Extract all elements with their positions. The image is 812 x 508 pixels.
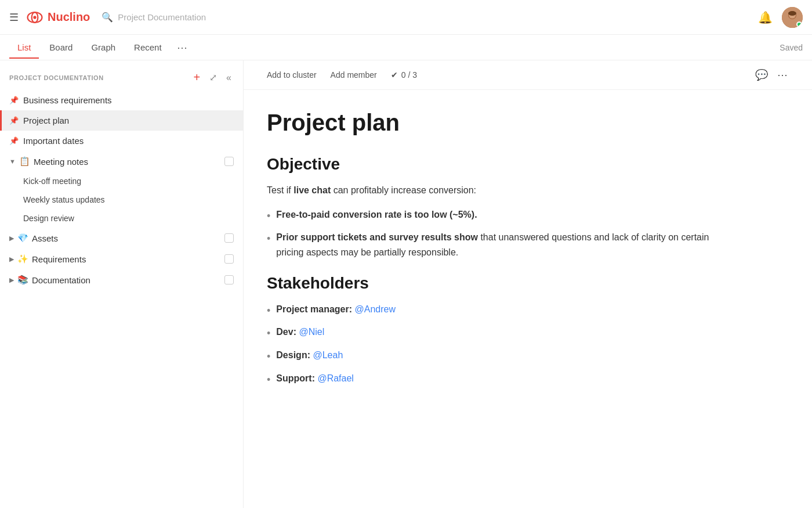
search-bar[interactable]: 🔍 Project Documentation <box>102 12 758 23</box>
group-checkbox[interactable] <box>224 157 234 166</box>
expand-arrow-icon: ▶ <box>9 276 14 284</box>
list-item-support: Support: @Rafael <box>267 371 719 388</box>
list-item-dev: Dev: @Niel <box>267 325 719 342</box>
stakeholder-role: Support: @Rafael <box>276 371 354 386</box>
content-toolbar: Add to cluster Add member ✔ 0 / 3 💬 ⋯ <box>244 60 812 90</box>
group-emoji-icon: 💎 <box>17 233 28 243</box>
sidebar-title: PROJECT DOCUMENTATION <box>9 74 104 81</box>
section-heading-stakeholders: Stakeholders <box>267 274 719 293</box>
more-options-button[interactable]: ⋯ <box>776 67 789 82</box>
mention-rafael[interactable]: @Rafael <box>317 373 354 383</box>
stakeholders-list: Project manager: @Andrew Dev: @Niel Desi… <box>267 302 719 388</box>
main-layout: PROJECT DOCUMENTATION + ⤢ « 📌 Business r… <box>0 60 812 508</box>
role-label: Project manager: <box>276 304 352 314</box>
expand-arrow-icon: ▶ <box>9 255 14 263</box>
sidebar-item-important-dates[interactable]: 📌 Important dates <box>0 131 243 151</box>
collapse-button[interactable]: « <box>224 71 234 84</box>
group-label: Requirements <box>32 254 86 264</box>
stakeholder-role: Project manager: @Andrew <box>276 302 396 317</box>
logo-icon <box>26 8 44 27</box>
list-item-text: Prior support tickets and survey results… <box>276 230 719 260</box>
add-item-button[interactable]: + <box>191 70 202 85</box>
pin-icon: 📌 <box>9 116 19 125</box>
bell-icon[interactable]: 🔔 <box>758 10 773 24</box>
expand-arrow-icon: ▶ <box>9 235 14 242</box>
pin-icon: 📌 <box>9 96 19 105</box>
sidebar-header: PROJECT DOCUMENTATION + ⤢ « <box>0 60 243 90</box>
sidebar-item-label: Important dates <box>23 136 84 146</box>
group-label: Assets <box>32 233 58 243</box>
list-item-design: Design: @Leah <box>267 348 719 365</box>
toolbar-right: 💬 ⋯ <box>754 67 789 82</box>
sidebar: PROJECT DOCUMENTATION + ⤢ « 📌 Business r… <box>0 60 244 508</box>
role-label: Design: <box>276 350 310 360</box>
group-checkbox[interactable] <box>224 254 234 264</box>
live-chat-emphasis: live chat <box>293 185 331 195</box>
group-label: Meeting notes <box>34 157 88 167</box>
sidebar-group-assets[interactable]: ▶ 💎 Assets <box>0 228 243 248</box>
checklist-count: 0 / 3 <box>401 70 417 80</box>
search-icon: 🔍 <box>102 12 113 23</box>
list-item: Free-to-paid conversion rate is too low … <box>267 207 719 225</box>
sidebar-group-documentation[interactable]: ▶ 📚 Documentation <box>0 269 243 290</box>
online-indicator <box>796 21 802 27</box>
sidebar-item-business-requirements[interactable]: 📌 Business requirements <box>0 90 243 110</box>
group-checkbox[interactable] <box>224 233 234 243</box>
subitem-label: Kick-off meeting <box>23 176 81 186</box>
search-placeholder: Project Documentation <box>118 12 206 22</box>
more-tabs-icon[interactable]: ⋯ <box>172 39 192 56</box>
logo-text: Nuclino <box>48 10 90 24</box>
group-label: Documentation <box>32 275 90 285</box>
svg-point-2 <box>33 16 36 19</box>
logo[interactable]: Nuclino <box>26 8 90 27</box>
tab-recent[interactable]: Recent <box>126 37 170 58</box>
mention-niel[interactable]: @Niel <box>299 327 324 337</box>
saved-label: Saved <box>780 43 803 52</box>
stakeholder-role: Design: @Leah <box>276 348 343 363</box>
objective-list: Free-to-paid conversion rate is too low … <box>267 207 719 260</box>
list-item-project-manager: Project manager: @Andrew <box>267 302 719 319</box>
sidebar-item-label: Business requirements <box>23 95 112 105</box>
sidebar-group-requirements[interactable]: ▶ ✨ Requirements <box>0 248 243 269</box>
list-item: Prior support tickets and survey results… <box>267 230 719 260</box>
avatar[interactable] <box>782 7 803 28</box>
group-emoji-icon: 📚 <box>17 275 28 285</box>
sidebar-subitem-weekly[interactable]: Weekly status updates <box>0 190 243 209</box>
document-title: Project plan <box>267 109 719 136</box>
expand-button[interactable]: ⤢ <box>207 71 219 84</box>
group-checkbox[interactable] <box>224 275 234 284</box>
topbar-right: 🔔 <box>758 7 803 28</box>
tabbar: List Board Graph Recent ⋯ Saved <box>0 35 812 60</box>
menu-icon[interactable]: ☰ <box>9 11 19 24</box>
collapse-arrow-icon: ▼ <box>9 158 16 165</box>
stakeholder-role: Dev: @Niel <box>276 325 324 340</box>
tab-board[interactable]: Board <box>41 37 81 58</box>
sidebar-subitem-design-review[interactable]: Design review <box>0 209 243 228</box>
sidebar-item-label: Project plan <box>23 116 69 125</box>
document-content: Project plan Objective Test if live chat… <box>244 90 742 421</box>
section-heading-objective: Objective <box>267 155 719 174</box>
comment-icon-button[interactable]: 💬 <box>754 67 769 82</box>
sidebar-subitem-kickoff[interactable]: Kick-off meeting <box>0 172 243 190</box>
role-label: Support: <box>276 373 315 383</box>
subitem-label: Design review <box>23 214 74 223</box>
mention-leah[interactable]: @Leah <box>313 350 343 360</box>
list-item-text: Free-to-paid conversion rate is too low … <box>276 207 477 222</box>
add-member-button[interactable]: Add member <box>331 70 377 80</box>
sidebar-item-project-plan[interactable]: 📌 Project plan <box>0 110 243 131</box>
group-emoji-icon: ✨ <box>17 254 28 264</box>
checklist-status: ✔ 0 / 3 <box>391 70 417 80</box>
content-area: Add to cluster Add member ✔ 0 / 3 💬 ⋯ Pr… <box>244 60 812 508</box>
topbar: ☰ Nuclino 🔍 Project Documentation 🔔 <box>0 0 812 35</box>
bold-text: Free-to-paid conversion rate is too low … <box>276 210 477 219</box>
tab-list[interactable]: List <box>9 37 39 58</box>
sidebar-group-meeting-notes[interactable]: ▼ 📋 Meeting notes <box>0 151 243 172</box>
objective-paragraph: Test if live chat can profitably increas… <box>267 183 719 198</box>
tab-graph[interactable]: Graph <box>83 37 124 58</box>
bold-text: Prior support tickets and survey results… <box>276 232 478 242</box>
add-to-cluster-button[interactable]: Add to cluster <box>267 70 317 80</box>
role-label: Dev: <box>276 327 296 337</box>
subitem-label: Weekly status updates <box>23 195 105 204</box>
mention-andrew[interactable]: @Andrew <box>354 304 396 314</box>
svg-point-7 <box>788 11 796 16</box>
